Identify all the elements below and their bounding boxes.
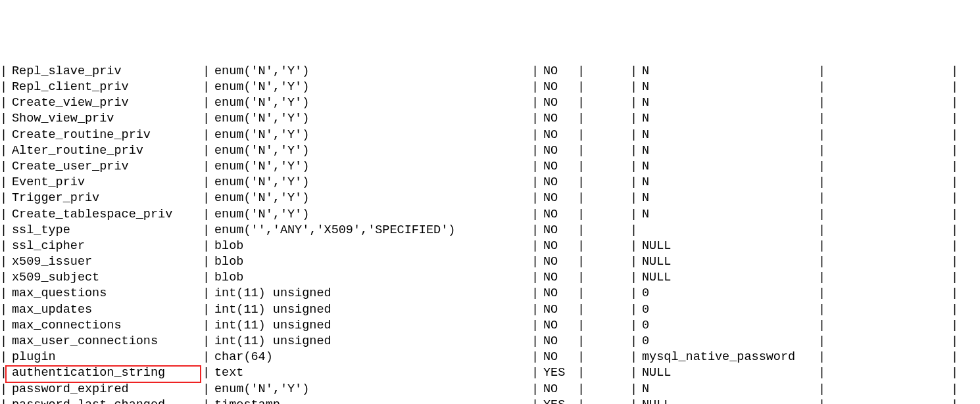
column-separator: |	[0, 191, 8, 206]
cell-null: YES	[539, 365, 577, 381]
cell-default: N	[638, 111, 818, 127]
column-separator: |	[818, 382, 826, 397]
column-separator: |	[630, 302, 638, 318]
column-separator: |	[203, 159, 210, 175]
column-separator: |	[0, 223, 8, 238]
cell-default: NULL	[638, 270, 818, 286]
cell-field: Event_priv	[8, 175, 203, 191]
cell-null: NO	[539, 159, 577, 175]
cell-null: NO	[539, 64, 577, 79]
column-separator: |	[0, 143, 8, 159]
column-separator: |	[818, 286, 826, 302]
column-separator: |	[951, 223, 959, 238]
column-separator: |	[630, 382, 638, 397]
column-separator: |	[630, 334, 638, 349]
column-separator: |	[630, 191, 638, 206]
cell-default: NULL	[638, 238, 818, 254]
column-separator: |	[531, 397, 539, 404]
column-separator: |	[951, 270, 959, 286]
column-separator: |	[951, 365, 959, 381]
cell-field: Create_tablespace_priv	[8, 207, 203, 223]
column-separator: |	[0, 334, 8, 349]
cell-type: enum('N','Y')	[210, 175, 531, 191]
cell-field: Create_user_priv	[8, 159, 203, 175]
table-row: |Alter_routine_priv|enum('N','Y')|NO||N|…	[0, 143, 980, 159]
cell-default: 0	[638, 286, 818, 302]
cell-type: blob	[210, 270, 531, 286]
column-separator: |	[818, 254, 826, 270]
column-separator: |	[0, 270, 8, 286]
cell-extra	[826, 143, 951, 159]
column-separator: |	[818, 64, 826, 79]
column-separator: |	[577, 382, 585, 397]
column-separator: |	[630, 223, 638, 238]
cell-type: blob	[210, 254, 531, 270]
column-separator: |	[577, 159, 585, 175]
cell-null: NO	[539, 270, 577, 286]
column-separator: |	[818, 127, 826, 143]
cell-null: NO	[539, 349, 577, 365]
column-separator: |	[630, 207, 638, 223]
column-separator: |	[818, 302, 826, 318]
cell-field: Repl_client_priv	[8, 79, 203, 95]
column-separator: |	[531, 64, 539, 79]
column-separator: |	[630, 349, 638, 365]
cell-default: N	[638, 64, 818, 79]
table-row: |Event_priv|enum('N','Y')|NO||N||	[0, 175, 980, 191]
column-separator: |	[951, 207, 959, 223]
column-separator: |	[531, 223, 539, 238]
cell-type: enum('N','Y')	[210, 382, 531, 397]
table-row: |password_expired|enum('N','Y')|NO||N||	[0, 382, 980, 397]
column-separator: |	[818, 334, 826, 349]
column-separator: |	[203, 64, 210, 79]
column-separator: |	[0, 365, 8, 381]
cell-default: mysql_native_password	[638, 349, 818, 365]
cell-null: NO	[539, 302, 577, 318]
column-separator: |	[818, 95, 826, 111]
cell-type: timestamp	[210, 397, 531, 404]
column-separator: |	[818, 191, 826, 206]
cell-key	[585, 207, 630, 223]
column-separator: |	[630, 175, 638, 191]
cell-default: N	[638, 382, 818, 397]
column-separator: |	[203, 334, 210, 349]
cell-extra	[826, 127, 951, 143]
cell-type: enum('N','Y')	[210, 207, 531, 223]
column-separator: |	[951, 397, 959, 404]
mysql-describe-table: |Repl_slave_priv|enum('N','Y')|NO||N|||R…	[0, 64, 980, 404]
column-separator: |	[818, 318, 826, 334]
column-separator: |	[577, 270, 585, 286]
cell-field: ssl_type	[8, 223, 203, 238]
column-separator: |	[531, 79, 539, 95]
cell-default: NULL	[638, 365, 818, 381]
column-separator: |	[203, 254, 210, 270]
cell-extra	[826, 286, 951, 302]
cell-key	[585, 254, 630, 270]
column-separator: |	[951, 254, 959, 270]
cell-field: max_questions	[8, 286, 203, 302]
cell-key	[585, 79, 630, 95]
cell-field: max_updates	[8, 302, 203, 318]
cell-extra	[826, 191, 951, 206]
column-separator: |	[531, 111, 539, 127]
column-separator: |	[951, 111, 959, 127]
column-separator: |	[531, 159, 539, 175]
table-row: |ssl_type|enum('','ANY','X509','SPECIFIE…	[0, 223, 980, 238]
column-separator: |	[951, 318, 959, 334]
column-separator: |	[951, 286, 959, 302]
column-separator: |	[818, 223, 826, 238]
column-separator: |	[531, 238, 539, 254]
table-row: |Show_view_priv|enum('N','Y')|NO||N||	[0, 111, 980, 127]
column-separator: |	[951, 143, 959, 159]
cell-key	[585, 238, 630, 254]
column-separator: |	[0, 349, 8, 365]
column-separator: |	[203, 318, 210, 334]
cell-type: enum('N','Y')	[210, 143, 531, 159]
column-separator: |	[531, 254, 539, 270]
table-row: |max_updates|int(11) unsigned|NO||0||	[0, 302, 980, 318]
cell-extra	[826, 175, 951, 191]
column-separator: |	[577, 95, 585, 111]
column-separator: |	[818, 159, 826, 175]
column-separator: |	[818, 175, 826, 191]
cell-key	[585, 159, 630, 175]
